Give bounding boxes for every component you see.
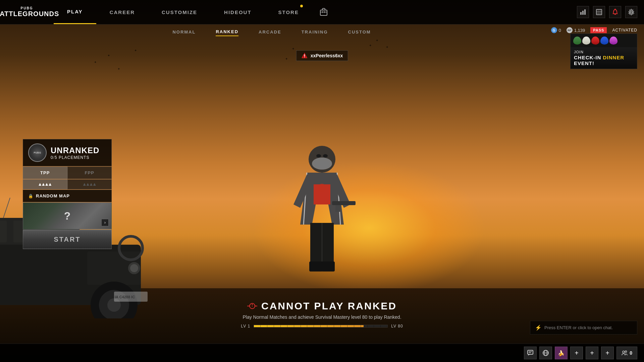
settings-icon: [628, 9, 635, 15]
banana-icon: 🍌: [558, 350, 565, 356]
squad-dot-1: [39, 183, 41, 186]
sub-tab-ranked[interactable]: RANKED: [216, 29, 238, 36]
helmet-icons: [573, 37, 618, 45]
bird-6: ✦: [292, 47, 294, 51]
cannot-play-title: CANNOT PLAY RANKED: [205, 300, 439, 312]
sub-tab-training[interactable]: TRAINING: [302, 29, 328, 36]
map-selector[interactable]: 🔒 RANDOM MAP: [23, 190, 112, 202]
helmet-blue: [600, 37, 608, 45]
map-arrow: ›: [101, 219, 109, 226]
helmet-pink: [609, 37, 618, 45]
progress-ticks: [254, 325, 387, 327]
nav-tab-hideout[interactable]: HIDEOUT: [211, 0, 265, 24]
activated-text: ACTIVATED: [612, 28, 637, 33]
svg-rect-1: [0, 221, 7, 242]
map-icon: [596, 9, 602, 15]
promo-banner[interactable]: JOIN CHECK-IN DINNER EVENT!: [570, 34, 637, 69]
fpp-btn[interactable]: FPP: [67, 167, 112, 179]
rank-header: PUBG UNRANKED 0/5 PLACEMENTS: [23, 139, 112, 166]
squad-size-selector: [23, 179, 112, 189]
lock-icon: 🔒: [28, 194, 33, 198]
stats-btn[interactable]: [577, 6, 589, 18]
globe-icon: [542, 350, 549, 356]
survival-pass-badge[interactable]: PASS: [590, 27, 607, 33]
player-name: xxPeerless6xx: [311, 53, 343, 58]
svg-line-15: [3, 198, 10, 218]
bp-icon: G: [551, 27, 557, 33]
svg-point-19: [315, 160, 329, 168]
add-icon-2: +: [590, 349, 594, 357]
nav-tab-customize[interactable]: CUSTOMIZE: [148, 0, 211, 24]
bird-5: ✦: [285, 57, 288, 61]
nav-tabs: PLAY CAREER CUSTOMIZE HIDEOUT STORE: [54, 0, 570, 24]
sub-tab-normal[interactable]: NORMAL: [172, 29, 196, 36]
squad-btn-squad1[interactable]: [23, 179, 67, 189]
stats-icon: [580, 9, 586, 15]
sub-tabs: NORMAL RANKED ARCADE TRAINING CUSTOM: [0, 24, 543, 41]
rank-badge: PUBG: [28, 143, 47, 162]
add-btn-2[interactable]: +: [586, 347, 598, 359]
add-btn-1[interactable]: +: [570, 347, 583, 359]
squad-dot-4: [49, 183, 51, 186]
bp-value: 0: [559, 28, 561, 33]
chat-placeholder: Press ENTER or click to open chat.: [544, 325, 632, 330]
notification-btn[interactable]: [609, 6, 621, 18]
rank-placements: 0/5 PLACEMENTS: [51, 155, 99, 160]
svg-rect-29: [309, 261, 323, 272]
map-preview[interactable]: ›: [23, 202, 112, 229]
squad-people-icon: [622, 350, 628, 356]
nav-tab-career[interactable]: CAREER: [96, 0, 148, 24]
progress-bar: [254, 325, 388, 327]
logo: PUBG BATTLEGROUNDS: [0, 6, 54, 18]
add-btn-3[interactable]: +: [601, 347, 614, 359]
svg-rect-55: [528, 350, 533, 354]
top-nav: PUBG BATTLEGROUNDS PLAY CAREER CUSTOMIZE…: [0, 0, 644, 24]
sub-tab-arcade[interactable]: ARCADE: [259, 29, 281, 36]
join-text: JOIN: [574, 50, 634, 54]
chat-btn[interactable]: [524, 347, 537, 359]
squad-count: 0: [630, 350, 632, 356]
cannot-play-banner: CANNOT PLAY RANKED Play Normal Matches a…: [205, 300, 439, 328]
svg-point-62: [625, 351, 627, 353]
squad-dot-5: [83, 183, 86, 186]
chat-lightning-icon: ⚡: [535, 324, 542, 331]
bird-1: ✦: [94, 60, 97, 64]
promo-text: JOIN CHECK-IN DINNER EVENT!: [571, 47, 637, 69]
squad-indicator[interactable]: 0: [616, 347, 637, 359]
globe-btn[interactable]: [539, 347, 552, 359]
bird-4: ✦: [134, 49, 137, 52]
tpp-btn[interactable]: TPP: [23, 167, 67, 179]
inventory-tab[interactable]: [312, 0, 335, 24]
settings-btn[interactable]: [625, 6, 637, 18]
squad-dot-8: [93, 183, 96, 186]
banana-btn[interactable]: 🍌: [555, 347, 568, 359]
bottom-toolbar: 🍌 + + + 0: [0, 344, 644, 362]
progress-container: LV 1 LV 80: [205, 324, 439, 328]
warning-triangle-icon: !: [301, 52, 308, 59]
helmet-white: [582, 37, 590, 45]
bird-10: ✦: [386, 45, 388, 49]
nav-tab-store[interactable]: STORE: [265, 0, 312, 24]
start-button[interactable]: START: [23, 230, 112, 249]
svg-point-61: [623, 351, 625, 353]
nav-tab-play[interactable]: PLAY: [54, 0, 96, 24]
squad-btn-squad2[interactable]: [67, 179, 112, 189]
helmet-red: [591, 37, 599, 45]
rp-currency: RP 1,139: [567, 27, 585, 33]
svg-point-46: [630, 11, 632, 13]
helmet-green: [573, 37, 581, 45]
nav-right: [570, 6, 644, 18]
chat-bar[interactable]: ⚡ Press ENTER or click to open chat.: [530, 321, 637, 335]
inventory-icon: [319, 7, 328, 17]
bird-2: ✦: [107, 54, 110, 57]
svg-rect-26: [335, 205, 340, 212]
svg-point-20: [316, 154, 321, 158]
map-btn[interactable]: [593, 6, 605, 18]
player-tag: ! xxPeerless6xx: [296, 50, 348, 61]
svg-rect-38: [584, 9, 586, 15]
sub-tab-custom[interactable]: CUSTOM: [348, 29, 371, 36]
progress-lv-end: LV 80: [391, 324, 403, 328]
perspective-selector: TPP FPP: [23, 167, 112, 179]
svg-point-11: [130, 264, 138, 272]
rp-icon: RP: [567, 27, 573, 33]
